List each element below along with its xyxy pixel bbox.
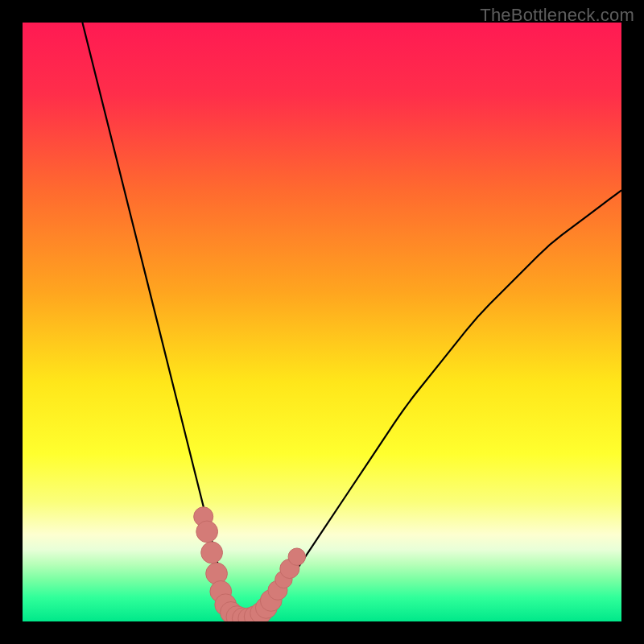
marker-dot bbox=[196, 521, 218, 543]
marker-dot bbox=[201, 542, 223, 564]
marker-dot bbox=[288, 548, 305, 565]
chart-svg bbox=[23, 23, 621, 621]
plot-area bbox=[23, 23, 621, 621]
outer-frame: TheBottleneck.com bbox=[0, 0, 644, 644]
